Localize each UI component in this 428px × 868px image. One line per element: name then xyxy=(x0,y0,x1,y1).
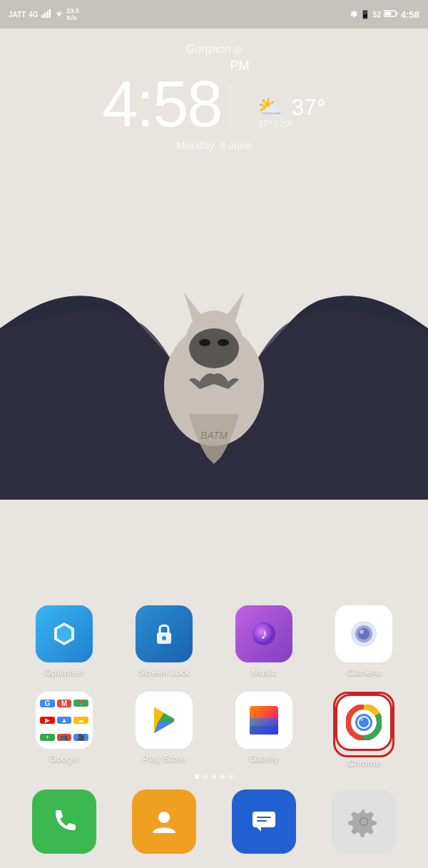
wifi-icon xyxy=(54,9,64,19)
app-music[interactable]: ♪ Music xyxy=(225,605,303,677)
optimiser-icon xyxy=(36,605,93,662)
app-optimiser[interactable]: Optimiser xyxy=(25,605,103,677)
dock xyxy=(0,789,428,854)
dock-phone[interactable] xyxy=(32,789,96,854)
gallery-label: Gallery xyxy=(249,753,278,764)
location-text: Gurgaon xyxy=(186,43,230,56)
network-type: 4G xyxy=(29,11,38,19)
app-row-1: Optimiser Screen Lock ♪ Music xyxy=(14,605,414,677)
camera-label: Camera xyxy=(347,667,380,677)
battery-icon xyxy=(384,10,398,19)
app-camera[interactable]: Camera xyxy=(325,605,403,677)
svg-point-4 xyxy=(189,328,239,368)
google-label: Google xyxy=(49,753,79,764)
carrier-icon: JATT xyxy=(9,11,26,19)
big-clock: 4:58 xyxy=(102,72,221,136)
time-divider xyxy=(230,86,230,129)
optimiser-label: Optimiser xyxy=(44,667,84,677)
dock-settings[interactable] xyxy=(332,789,396,854)
google-icon: G M 📍 ▶ ▲ ☁ + 📺 🎥 xyxy=(36,692,93,749)
status-right: ✱ 📱 52 4:58 xyxy=(350,9,419,20)
svg-point-16 xyxy=(162,636,166,640)
app-chrome[interactable]: Chrome xyxy=(325,692,403,768)
dock-messages[interactable] xyxy=(232,789,296,854)
chrome-icon xyxy=(337,696,390,749)
page-dots xyxy=(195,774,233,779)
speed-indicator: 23.5K/s xyxy=(67,7,80,21)
svg-rect-10 xyxy=(46,11,49,18)
playstore-icon xyxy=(136,692,193,749)
location-line: Gurgaon ◎ xyxy=(186,43,242,56)
svg-marker-2 xyxy=(184,293,203,321)
svg-rect-13 xyxy=(396,12,397,15)
status-bar: JATT 4G 23.5K/s ✱ 📱 52 4:58 xyxy=(0,0,428,29)
app-playstore[interactable]: Play Store xyxy=(125,692,203,768)
svg-point-6 xyxy=(218,339,229,346)
chrome-highlight-border xyxy=(333,692,394,757)
svg-marker-3 xyxy=(225,293,244,321)
page-dot-2[interactable] xyxy=(203,774,208,779)
bluetooth-icon: ✱ xyxy=(350,9,357,19)
svg-point-22 xyxy=(358,628,370,640)
weather-temp-row: ⛅ 37° xyxy=(258,95,325,118)
page-dot-1[interactable] xyxy=(195,774,199,779)
status-left: JATT 4G 23.5K/s xyxy=(9,7,79,21)
battery-level: 52 xyxy=(373,11,381,19)
batman-wallpaper: BATM xyxy=(0,271,428,500)
chrome-label: Chrome xyxy=(347,757,380,768)
page-dot-3[interactable] xyxy=(212,774,216,779)
svg-point-23 xyxy=(360,630,364,634)
app-row-2: G M 📍 ▶ ▲ ☁ + 📺 🎥 Google Pl xyxy=(14,692,414,768)
svg-point-35 xyxy=(359,717,369,727)
clock: 4:58 xyxy=(401,9,419,20)
dock-contacts[interactable] xyxy=(132,789,196,854)
svg-rect-30 xyxy=(250,726,278,735)
signal-bars xyxy=(41,9,51,19)
temperature: 37° xyxy=(291,96,325,118)
page-dot-4[interactable] xyxy=(220,774,225,779)
svg-marker-39 xyxy=(257,827,261,832)
app-gallery[interactable]: Gallery xyxy=(225,692,303,768)
svg-rect-8 xyxy=(41,15,44,18)
camera-icon xyxy=(335,605,392,662)
app-google[interactable]: G M 📍 ▶ ▲ ☁ + 📺 🎥 Google xyxy=(25,692,103,768)
svg-rect-11 xyxy=(49,9,51,18)
screenlock-icon xyxy=(136,605,193,662)
time-ampm: PM xyxy=(230,59,249,74)
time-display: 4:58 PM ⛅ 37° 37° / 29° xyxy=(102,59,326,136)
weather-cloud-icon: ⛅ xyxy=(258,95,282,118)
date-display: Monday, 8 June xyxy=(176,139,252,151)
weather-widget: Gurgaon ◎ 4:58 PM ⛅ 37° 37° / 29° Monday… xyxy=(0,43,428,151)
page-dot-5[interactable] xyxy=(229,774,233,779)
svg-rect-40 xyxy=(257,817,271,818)
svg-text:BATM: BATM xyxy=(200,430,228,441)
svg-rect-14 xyxy=(384,12,391,16)
app-screenlock[interactable]: Screen Lock xyxy=(125,605,203,677)
screenlock-label: Screen Lock xyxy=(138,667,190,677)
svg-rect-9 xyxy=(44,13,46,18)
svg-rect-41 xyxy=(257,820,267,822)
svg-point-5 xyxy=(199,339,210,346)
app-grid: Optimiser Screen Lock ♪ Music xyxy=(0,605,428,782)
music-icon: ♪ xyxy=(235,605,292,662)
location-icon: ◎ xyxy=(233,44,242,55)
svg-point-36 xyxy=(360,718,363,721)
svg-rect-38 xyxy=(253,812,275,827)
svg-point-37 xyxy=(158,812,170,823)
gallery-icon xyxy=(235,692,292,749)
svg-point-43 xyxy=(360,818,367,825)
svg-text:♪: ♪ xyxy=(260,626,268,642)
playstore-label: Play Store xyxy=(143,753,185,764)
vibrate-icon: 📱 xyxy=(360,10,370,19)
music-label: Music xyxy=(252,667,276,677)
temp-range: 37° / 29° xyxy=(258,118,293,129)
